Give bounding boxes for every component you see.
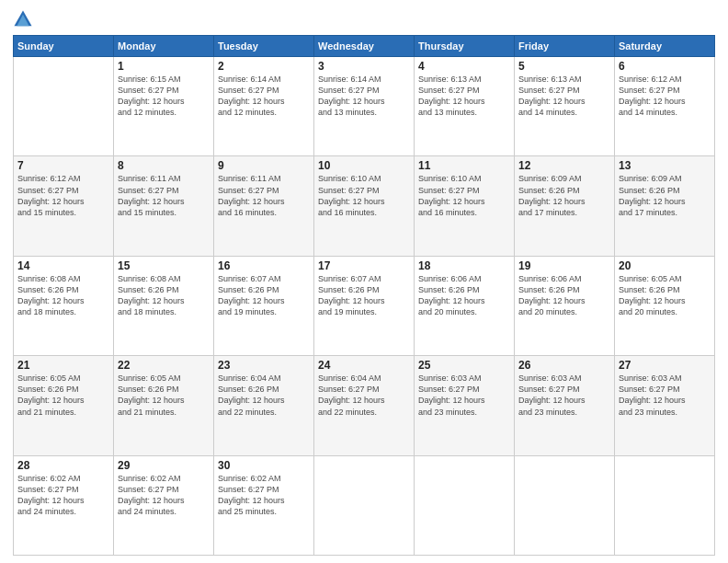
calendar-day-header: Thursday <box>415 36 515 57</box>
calendar-day-header: Wednesday <box>314 36 415 57</box>
calendar-cell <box>14 57 114 156</box>
cell-info: Sunrise: 6:03 AM Sunset: 6:27 PM Dayligh… <box>518 373 610 418</box>
day-number: 9 <box>218 159 310 172</box>
calendar-cell: 8Sunrise: 6:11 AM Sunset: 6:27 PM Daylig… <box>114 156 214 256</box>
day-number: 25 <box>418 359 510 372</box>
calendar-day-header: Saturday <box>615 36 715 57</box>
cell-info: Sunrise: 6:09 AM Sunset: 6:26 PM Dayligh… <box>518 173 610 218</box>
day-number: 14 <box>17 259 109 272</box>
header <box>13 9 715 29</box>
cell-info: Sunrise: 6:02 AM Sunset: 6:27 PM Dayligh… <box>17 473 109 518</box>
cell-info: Sunrise: 6:11 AM Sunset: 6:27 PM Dayligh… <box>218 173 310 218</box>
calendar-cell: 24Sunrise: 6:04 AM Sunset: 6:27 PM Dayli… <box>314 356 415 455</box>
calendar-header-row: SundayMondayTuesdayWednesdayThursdayFrid… <box>14 36 715 57</box>
day-number: 29 <box>118 459 210 472</box>
calendar-cell: 2Sunrise: 6:14 AM Sunset: 6:27 PM Daylig… <box>214 57 314 156</box>
cell-info: Sunrise: 6:06 AM Sunset: 6:26 PM Dayligh… <box>418 273 510 318</box>
cell-info: Sunrise: 6:07 AM Sunset: 6:26 PM Dayligh… <box>218 273 310 318</box>
calendar-cell: 29Sunrise: 6:02 AM Sunset: 6:27 PM Dayli… <box>114 455 214 555</box>
day-number: 11 <box>418 159 510 172</box>
calendar-cell: 3Sunrise: 6:14 AM Sunset: 6:27 PM Daylig… <box>314 57 415 156</box>
cell-info: Sunrise: 6:03 AM Sunset: 6:27 PM Dayligh… <box>418 373 510 418</box>
cell-info: Sunrise: 6:11 AM Sunset: 6:27 PM Dayligh… <box>118 173 210 218</box>
day-number: 26 <box>518 359 610 372</box>
calendar-cell: 5Sunrise: 6:13 AM Sunset: 6:27 PM Daylig… <box>515 57 615 156</box>
day-number: 15 <box>118 259 210 272</box>
calendar-cell: 22Sunrise: 6:05 AM Sunset: 6:26 PM Dayli… <box>114 356 214 455</box>
calendar-cell: 20Sunrise: 6:05 AM Sunset: 6:26 PM Dayli… <box>615 256 715 355</box>
day-number: 21 <box>17 359 109 372</box>
calendar-week-row: 7Sunrise: 6:12 AM Sunset: 6:27 PM Daylig… <box>14 156 715 256</box>
calendar-cell: 11Sunrise: 6:10 AM Sunset: 6:27 PM Dayli… <box>415 156 515 256</box>
cell-info: Sunrise: 6:13 AM Sunset: 6:27 PM Dayligh… <box>518 74 610 119</box>
cell-info: Sunrise: 6:08 AM Sunset: 6:26 PM Dayligh… <box>17 273 109 318</box>
calendar-cell <box>515 455 615 555</box>
calendar-cell <box>314 455 415 555</box>
day-number: 4 <box>418 60 510 73</box>
calendar-cell: 26Sunrise: 6:03 AM Sunset: 6:27 PM Dayli… <box>515 356 615 455</box>
day-number: 5 <box>518 60 610 73</box>
calendar-cell: 12Sunrise: 6:09 AM Sunset: 6:26 PM Dayli… <box>515 156 615 256</box>
day-number: 12 <box>518 159 610 172</box>
cell-info: Sunrise: 6:04 AM Sunset: 6:27 PM Dayligh… <box>318 373 410 418</box>
cell-info: Sunrise: 6:09 AM Sunset: 6:26 PM Dayligh… <box>619 173 711 218</box>
day-number: 22 <box>118 359 210 372</box>
day-number: 13 <box>619 159 711 172</box>
calendar-cell: 16Sunrise: 6:07 AM Sunset: 6:26 PM Dayli… <box>214 256 314 355</box>
cell-info: Sunrise: 6:10 AM Sunset: 6:27 PM Dayligh… <box>418 173 510 218</box>
day-number: 18 <box>418 259 510 272</box>
day-number: 23 <box>218 359 310 372</box>
cell-info: Sunrise: 6:07 AM Sunset: 6:26 PM Dayligh… <box>318 273 410 318</box>
day-number: 10 <box>318 159 410 172</box>
day-number: 20 <box>619 259 711 272</box>
calendar-cell: 13Sunrise: 6:09 AM Sunset: 6:26 PM Dayli… <box>615 156 715 256</box>
cell-info: Sunrise: 6:14 AM Sunset: 6:27 PM Dayligh… <box>318 74 410 119</box>
cell-info: Sunrise: 6:05 AM Sunset: 6:26 PM Dayligh… <box>619 273 711 318</box>
day-number: 27 <box>619 359 711 372</box>
day-number: 2 <box>218 60 310 73</box>
calendar-cell: 21Sunrise: 6:05 AM Sunset: 6:26 PM Dayli… <box>14 356 114 455</box>
day-number: 1 <box>118 60 210 73</box>
logo-icon <box>13 9 33 29</box>
calendar-day-header: Monday <box>114 36 214 57</box>
calendar-cell: 30Sunrise: 6:02 AM Sunset: 6:27 PM Dayli… <box>214 455 314 555</box>
calendar-cell <box>615 455 715 555</box>
calendar-table: SundayMondayTuesdayWednesdayThursdayFrid… <box>13 35 715 556</box>
calendar-week-row: 21Sunrise: 6:05 AM Sunset: 6:26 PM Dayli… <box>14 356 715 455</box>
day-number: 8 <box>118 159 210 172</box>
calendar-cell: 14Sunrise: 6:08 AM Sunset: 6:26 PM Dayli… <box>14 256 114 355</box>
calendar-day-header: Friday <box>515 36 615 57</box>
cell-info: Sunrise: 6:04 AM Sunset: 6:26 PM Dayligh… <box>218 373 310 418</box>
calendar-cell: 1Sunrise: 6:15 AM Sunset: 6:27 PM Daylig… <box>114 57 214 156</box>
day-number: 7 <box>17 159 109 172</box>
day-number: 28 <box>17 459 109 472</box>
day-number: 19 <box>518 259 610 272</box>
calendar-cell: 17Sunrise: 6:07 AM Sunset: 6:26 PM Dayli… <box>314 256 415 355</box>
logo <box>13 9 37 29</box>
cell-info: Sunrise: 6:10 AM Sunset: 6:27 PM Dayligh… <box>318 173 410 218</box>
calendar-cell: 10Sunrise: 6:10 AM Sunset: 6:27 PM Dayli… <box>314 156 415 256</box>
cell-info: Sunrise: 6:12 AM Sunset: 6:27 PM Dayligh… <box>17 173 109 218</box>
calendar-cell: 9Sunrise: 6:11 AM Sunset: 6:27 PM Daylig… <box>214 156 314 256</box>
calendar-cell: 27Sunrise: 6:03 AM Sunset: 6:27 PM Dayli… <box>615 356 715 455</box>
calendar-cell: 23Sunrise: 6:04 AM Sunset: 6:26 PM Dayli… <box>214 356 314 455</box>
cell-info: Sunrise: 6:02 AM Sunset: 6:27 PM Dayligh… <box>218 473 310 518</box>
cell-info: Sunrise: 6:14 AM Sunset: 6:27 PM Dayligh… <box>218 74 310 119</box>
day-number: 17 <box>318 259 410 272</box>
calendar-cell: 6Sunrise: 6:12 AM Sunset: 6:27 PM Daylig… <box>615 57 715 156</box>
cell-info: Sunrise: 6:06 AM Sunset: 6:26 PM Dayligh… <box>518 273 610 318</box>
calendar-cell: 19Sunrise: 6:06 AM Sunset: 6:26 PM Dayli… <box>515 256 615 355</box>
day-number: 3 <box>318 60 410 73</box>
cell-info: Sunrise: 6:05 AM Sunset: 6:26 PM Dayligh… <box>118 373 210 418</box>
day-number: 24 <box>318 359 410 372</box>
calendar-cell: 15Sunrise: 6:08 AM Sunset: 6:26 PM Dayli… <box>114 256 214 355</box>
day-number: 16 <box>218 259 310 272</box>
calendar-cell <box>415 455 515 555</box>
cell-info: Sunrise: 6:08 AM Sunset: 6:26 PM Dayligh… <box>118 273 210 318</box>
calendar-day-header: Tuesday <box>214 36 314 57</box>
page: SundayMondayTuesdayWednesdayThursdayFrid… <box>0 0 728 563</box>
cell-info: Sunrise: 6:15 AM Sunset: 6:27 PM Dayligh… <box>118 74 210 119</box>
day-number: 6 <box>619 60 711 73</box>
calendar-cell: 25Sunrise: 6:03 AM Sunset: 6:27 PM Dayli… <box>415 356 515 455</box>
calendar-cell: 7Sunrise: 6:12 AM Sunset: 6:27 PM Daylig… <box>14 156 114 256</box>
